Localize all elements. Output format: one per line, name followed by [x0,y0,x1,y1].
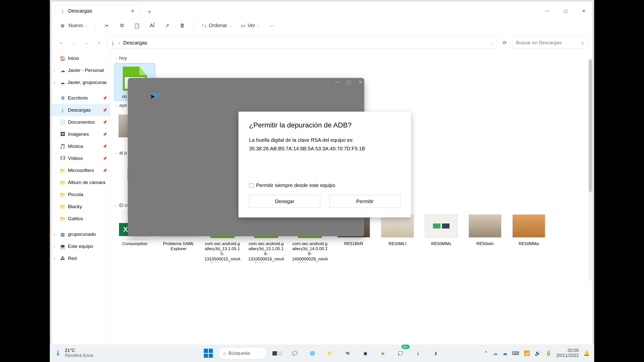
pin-icon: 📌 [103,108,107,112]
new-tab-button[interactable]: ＋ [144,7,154,17]
taskbar-app-terminal[interactable]: ▣ [358,346,372,360]
new-button[interactable]: ⊕ Nuevo ⌄ [57,20,91,31]
sidebar-item-documents[interactable]: 📄Documentos📌 [51,116,110,128]
task-view-button[interactable]: ⬛⬜ [270,346,284,360]
share-button[interactable]: ↗ [161,20,174,31]
sidebar-item-home[interactable]: 🏠Inicio [51,52,110,64]
search-box[interactable]: ⌕ [512,37,588,49]
paste-button[interactable]: 📋 [131,20,144,31]
sidebar-item-downloads[interactable]: ⭳Descargas📌 [51,104,110,116]
always-allow-checkbox[interactable]: Permitir siempre desde este equipo [249,183,400,188]
refresh-button[interactable]: ⟳ [500,38,510,48]
clock[interactable]: 20:00 20/11/2022 [556,348,579,358]
file-item[interactable]: RE50MLI [377,211,418,264]
sidebar-item-grupocunado[interactable]: ›▦grupocunado [51,228,110,240]
sort-button[interactable]: ↑↓ Ordenar ⌄ [198,20,235,31]
chevron-right-icon[interactable]: › [54,244,55,248]
recent-button[interactable]: ⌄ [82,38,92,48]
forward-button[interactable]: → [69,38,79,48]
chevron-down-icon: ⌄ [115,151,117,155]
taskbar-app-android[interactable]: ◉ [376,346,390,360]
sidebar-item-videos[interactable]: 🎞Vídeos📌 [51,152,110,164]
up-button[interactable]: ↑ [94,38,104,48]
file-item[interactable]: RE50MMs [421,211,461,264]
search-label: Búsqueda [228,350,250,356]
sidebar-item-label: Microsofters [68,168,94,173]
taskbar-app-wsa[interactable]: ▮ [429,346,443,360]
sidebar-item-onedrive-grupo[interactable]: ›☁Javier, grupocunado [51,76,110,88]
sidebar-item-network[interactable]: ›🖧Red [51,252,110,264]
close-button[interactable]: ✕ [358,79,362,85]
chevron-right-icon[interactable]: › [54,80,55,84]
taskbar-app-edge[interactable]: 🌐 [305,346,319,360]
vertical-scrollbar[interactable] [589,59,592,281]
document-icon: 📄 [60,119,65,125]
chevron-right-icon[interactable]: › [54,68,55,72]
back-button[interactable]: ← [56,38,66,48]
weather-widget[interactable]: 🌡 21°C Remitirá lluvia [54,348,93,358]
copy-button[interactable]: ⧉ [115,20,129,31]
deny-button[interactable]: Denegar [249,195,320,208]
more-button[interactable]: ⋯ [265,20,278,31]
sidebar-item-label: Música [68,144,83,149]
chevron-right-icon[interactable]: › [54,256,55,260]
sidebar-item-music[interactable]: 🎵Música📌 [51,140,110,152]
taskbar-app-downloads[interactable]: ⭳ [411,346,425,360]
minimize-button[interactable]: — [335,79,339,85]
sidebar-item-album[interactable]: 📁Álbum de cámara [51,176,110,189]
allow-button[interactable]: Permitir [329,195,400,208]
taskbar-app-explorer[interactable]: 📁 [323,346,337,360]
language-tray-icon[interactable]: ⌨ [512,350,519,356]
file-name: Problema XAML Explorer [160,241,197,252]
maximize-button[interactable]: ▢ [556,5,575,17]
close-tab-icon[interactable]: ✕ [130,8,136,14]
wifi-tray-icon[interactable]: 📶 [524,350,530,356]
notifications-tray-icon[interactable]: 🔔 [583,350,590,356]
volume-tray-icon[interactable]: 🔊 [535,350,541,356]
taskbar: 🌡 21°C Remitirá lluvia ⌕Búsqueda ⬛⬜ 💬 🌐 … [50,344,594,362]
close-window-button[interactable]: ✕ [575,5,593,17]
sidebar-item-label: Javier - Personal [68,68,104,73]
battery-tray-icon[interactable]: 🔋 [545,350,552,356]
taskbar-app-chat[interactable]: 💬 [288,346,302,360]
rename-button[interactable]: ΑÎ [146,20,159,31]
sidebar-item-label: Blacky [68,204,82,209]
search-input[interactable] [516,40,581,46]
delete-button[interactable]: 🗑 [176,20,189,31]
sidebar-item-piccola[interactable]: 📁Piccola [51,189,110,201]
cut-button[interactable]: ✂ [100,20,113,31]
onedrive-tray-icon[interactable]: ☁ [502,350,507,356]
breadcrumb-segment[interactable]: Descargas [123,40,147,46]
start-button[interactable] [201,346,215,360]
search-icon: ⌕ [223,350,226,356]
sidebar-item-pictures[interactable]: 🖼Imágenes📌 [51,128,110,140]
taskbar-app-messages[interactable]: 💭 [393,346,408,360]
sidebar-item-blacky[interactable]: 📁Blacky [51,201,110,213]
group-header-today[interactable]: ⌄hoy [115,55,588,61]
chevron-right-icon[interactable]: › [54,232,55,236]
desktop-icon: 🖥 [60,95,65,101]
scrollbar-thumb[interactable] [589,59,592,192]
tab-downloads[interactable]: ⭳ Descargas ✕ [55,5,140,17]
taskbar-app-store[interactable]: 🛍 [341,346,355,360]
chevron-down-icon[interactable]: ⌄ [491,41,493,44]
view-button[interactable]: ▭ Ver ⌄ [237,20,263,31]
sidebar-item-gatitos[interactable]: 📁Gatitos [51,213,110,225]
maximize-button[interactable]: ▢ [347,79,351,85]
file-name: RE50MMa [519,241,539,246]
home-icon: 🏠 [60,56,65,61]
sidebar-item-this-pc[interactable]: ›💻Este equipo [51,240,110,252]
sidebar-item-desktop[interactable]: 🖥Escritorio📌 [51,92,110,104]
dialog-text: La huella digital de la clave RSA del eq… [249,136,400,144]
file-item[interactable]: RE50wIn [465,211,505,264]
taskbar-search[interactable]: ⌕Búsqueda [219,347,267,359]
file-item[interactable]: RE50MMa [509,211,549,264]
minimize-button[interactable]: — [538,5,556,17]
search-icon: ⌕ [581,40,584,46]
sidebar-item-microsofters[interactable]: 📁Microsofters📌 [51,164,110,176]
checkbox-input[interactable] [249,183,254,188]
onedrive-tray-icon[interactable]: ☁ [493,350,498,356]
tray-overflow-icon[interactable]: ⌃ [484,350,488,356]
sidebar-item-onedrive-personal[interactable]: ›☁Javier - Personal [51,64,110,76]
address-bar[interactable]: ⭳ › Descargas ⌄ [107,37,497,49]
